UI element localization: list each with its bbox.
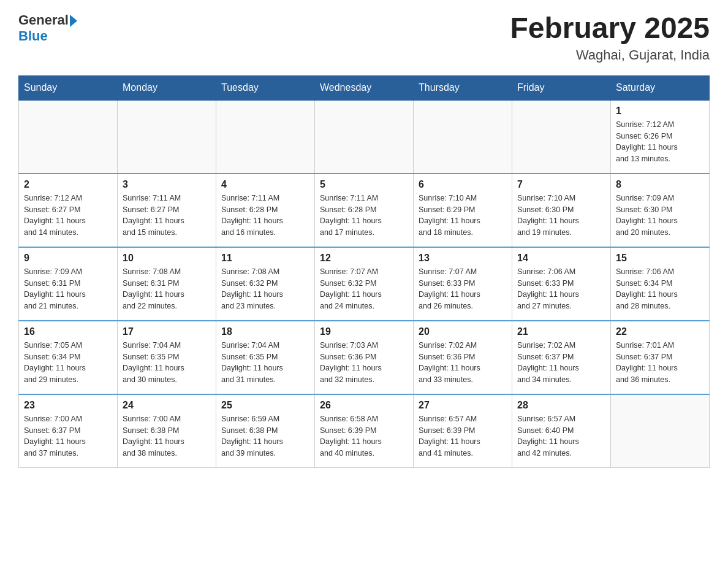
day-number: 23 [24, 400, 112, 411]
logo-general-text: General [18, 12, 69, 28]
calendar-day-cell: 22Sunrise: 7:01 AM Sunset: 6:37 PM Dayli… [611, 321, 710, 394]
month-title: February 2025 [510, 12, 710, 45]
calendar-day-cell: 6Sunrise: 7:10 AM Sunset: 6:29 PM Daylig… [414, 174, 512, 247]
title-section: February 2025 Waghai, Gujarat, India [510, 12, 710, 63]
day-info: Sunrise: 6:59 AM Sunset: 6:38 PM Dayligh… [221, 413, 309, 459]
day-number: 28 [517, 400, 605, 411]
calendar-day-cell: 18Sunrise: 7:04 AM Sunset: 6:35 PM Dayli… [216, 321, 315, 394]
day-info: Sunrise: 7:10 AM Sunset: 6:29 PM Dayligh… [419, 193, 507, 239]
day-number: 7 [517, 179, 605, 190]
day-info: Sunrise: 7:06 AM Sunset: 6:34 PM Dayligh… [616, 266, 704, 312]
calendar-header-row: SundayMondayTuesdayWednesdayThursdayFrid… [19, 75, 710, 100]
day-number: 27 [419, 400, 507, 411]
day-number: 8 [616, 179, 704, 190]
calendar-day-cell: 3Sunrise: 7:11 AM Sunset: 6:27 PM Daylig… [118, 174, 216, 247]
calendar-day-cell: 10Sunrise: 7:08 AM Sunset: 6:31 PM Dayli… [118, 247, 216, 321]
calendar-day-cell [414, 100, 512, 174]
calendar-day-cell [118, 100, 216, 174]
day-number: 26 [320, 400, 408, 411]
day-number: 4 [221, 179, 309, 190]
calendar-day-cell: 13Sunrise: 7:07 AM Sunset: 6:33 PM Dayli… [414, 247, 512, 321]
calendar-week-row: 1Sunrise: 7:12 AM Sunset: 6:26 PM Daylig… [19, 100, 710, 174]
page-header: General Blue February 2025 Waghai, Gujar… [18, 12, 710, 63]
day-number: 10 [123, 253, 211, 264]
calendar-day-cell: 1Sunrise: 7:12 AM Sunset: 6:26 PM Daylig… [611, 100, 710, 174]
calendar-day-cell [315, 100, 414, 174]
calendar-day-cell: 26Sunrise: 6:58 AM Sunset: 6:39 PM Dayli… [315, 394, 414, 468]
location-title: Waghai, Gujarat, India [510, 47, 710, 63]
day-info: Sunrise: 7:02 AM Sunset: 6:37 PM Dayligh… [517, 340, 605, 386]
calendar-day-cell: 9Sunrise: 7:09 AM Sunset: 6:31 PM Daylig… [19, 247, 118, 321]
day-number: 21 [517, 326, 605, 337]
day-info: Sunrise: 7:11 AM Sunset: 6:28 PM Dayligh… [221, 193, 309, 239]
day-info: Sunrise: 7:12 AM Sunset: 6:27 PM Dayligh… [24, 193, 112, 239]
day-info: Sunrise: 7:03 AM Sunset: 6:36 PM Dayligh… [320, 340, 408, 386]
day-info: Sunrise: 7:11 AM Sunset: 6:27 PM Dayligh… [123, 193, 211, 239]
day-number: 11 [221, 253, 309, 264]
calendar-day-cell: 2Sunrise: 7:12 AM Sunset: 6:27 PM Daylig… [19, 174, 118, 247]
day-number: 12 [320, 253, 408, 264]
day-info: Sunrise: 7:00 AM Sunset: 6:38 PM Dayligh… [123, 413, 211, 459]
calendar-day-cell: 28Sunrise: 6:57 AM Sunset: 6:40 PM Dayli… [512, 394, 611, 468]
calendar-day-header: Tuesday [216, 75, 315, 100]
logo-arrow-icon [70, 15, 77, 27]
day-info: Sunrise: 7:08 AM Sunset: 6:31 PM Dayligh… [123, 266, 211, 312]
day-info: Sunrise: 7:10 AM Sunset: 6:30 PM Dayligh… [517, 193, 605, 239]
day-number: 18 [221, 326, 309, 337]
calendar-week-row: 2Sunrise: 7:12 AM Sunset: 6:27 PM Daylig… [19, 174, 710, 247]
calendar-day-cell: 25Sunrise: 6:59 AM Sunset: 6:38 PM Dayli… [216, 394, 315, 468]
calendar-day-cell: 21Sunrise: 7:02 AM Sunset: 6:37 PM Dayli… [512, 321, 611, 394]
day-number: 6 [419, 179, 507, 190]
calendar-day-cell: 4Sunrise: 7:11 AM Sunset: 6:28 PM Daylig… [216, 174, 315, 247]
calendar-day-cell: 17Sunrise: 7:04 AM Sunset: 6:35 PM Dayli… [118, 321, 216, 394]
calendar-day-cell: 19Sunrise: 7:03 AM Sunset: 6:36 PM Dayli… [315, 321, 414, 394]
day-info: Sunrise: 7:04 AM Sunset: 6:35 PM Dayligh… [221, 340, 309, 386]
calendar-week-row: 16Sunrise: 7:05 AM Sunset: 6:34 PM Dayli… [19, 321, 710, 394]
calendar-day-header: Sunday [19, 75, 118, 100]
calendar-day-cell: 24Sunrise: 7:00 AM Sunset: 6:38 PM Dayli… [118, 394, 216, 468]
day-info: Sunrise: 7:05 AM Sunset: 6:34 PM Dayligh… [24, 340, 112, 386]
calendar-day-header: Thursday [414, 75, 512, 100]
day-number: 19 [320, 326, 408, 337]
day-info: Sunrise: 7:11 AM Sunset: 6:28 PM Dayligh… [320, 193, 408, 239]
calendar-day-cell: 8Sunrise: 7:09 AM Sunset: 6:30 PM Daylig… [611, 174, 710, 247]
calendar-day-cell [512, 100, 611, 174]
logo: General Blue [18, 12, 77, 44]
day-number: 2 [24, 179, 112, 190]
calendar-day-cell: 11Sunrise: 7:08 AM Sunset: 6:32 PM Dayli… [216, 247, 315, 321]
calendar-table: SundayMondayTuesdayWednesdayThursdayFrid… [18, 75, 710, 469]
day-info: Sunrise: 6:58 AM Sunset: 6:39 PM Dayligh… [320, 413, 408, 459]
day-info: Sunrise: 7:00 AM Sunset: 6:37 PM Dayligh… [24, 413, 112, 459]
day-number: 17 [123, 326, 211, 337]
day-number: 13 [419, 253, 507, 264]
calendar-day-cell: 23Sunrise: 7:00 AM Sunset: 6:37 PM Dayli… [19, 394, 118, 468]
day-number: 5 [320, 179, 408, 190]
calendar-week-row: 23Sunrise: 7:00 AM Sunset: 6:37 PM Dayli… [19, 394, 710, 468]
day-info: Sunrise: 7:01 AM Sunset: 6:37 PM Dayligh… [616, 340, 704, 386]
calendar-day-cell [611, 394, 710, 468]
day-info: Sunrise: 7:06 AM Sunset: 6:33 PM Dayligh… [517, 266, 605, 312]
day-number: 22 [616, 326, 704, 337]
day-info: Sunrise: 7:04 AM Sunset: 6:35 PM Dayligh… [123, 340, 211, 386]
calendar-day-cell [19, 100, 118, 174]
day-number: 1 [616, 105, 704, 117]
calendar-day-header: Wednesday [315, 75, 414, 100]
day-number: 9 [24, 253, 112, 264]
day-info: Sunrise: 7:12 AM Sunset: 6:26 PM Dayligh… [616, 119, 704, 165]
day-number: 16 [24, 326, 112, 337]
day-info: Sunrise: 7:02 AM Sunset: 6:36 PM Dayligh… [419, 340, 507, 386]
day-number: 15 [616, 253, 704, 264]
day-info: Sunrise: 7:08 AM Sunset: 6:32 PM Dayligh… [221, 266, 309, 312]
day-info: Sunrise: 7:07 AM Sunset: 6:33 PM Dayligh… [419, 266, 507, 312]
calendar-day-cell: 20Sunrise: 7:02 AM Sunset: 6:36 PM Dayli… [414, 321, 512, 394]
logo-blue-text: Blue [18, 28, 48, 44]
day-info: Sunrise: 7:07 AM Sunset: 6:32 PM Dayligh… [320, 266, 408, 312]
calendar-day-cell: 5Sunrise: 7:11 AM Sunset: 6:28 PM Daylig… [315, 174, 414, 247]
calendar-day-cell: 14Sunrise: 7:06 AM Sunset: 6:33 PM Dayli… [512, 247, 611, 321]
calendar-day-cell: 7Sunrise: 7:10 AM Sunset: 6:30 PM Daylig… [512, 174, 611, 247]
day-number: 14 [517, 253, 605, 264]
calendar-day-cell: 16Sunrise: 7:05 AM Sunset: 6:34 PM Dayli… [19, 321, 118, 394]
day-info: Sunrise: 6:57 AM Sunset: 6:39 PM Dayligh… [419, 413, 507, 459]
day-info: Sunrise: 7:09 AM Sunset: 6:31 PM Dayligh… [24, 266, 112, 312]
calendar-week-row: 9Sunrise: 7:09 AM Sunset: 6:31 PM Daylig… [19, 247, 710, 321]
